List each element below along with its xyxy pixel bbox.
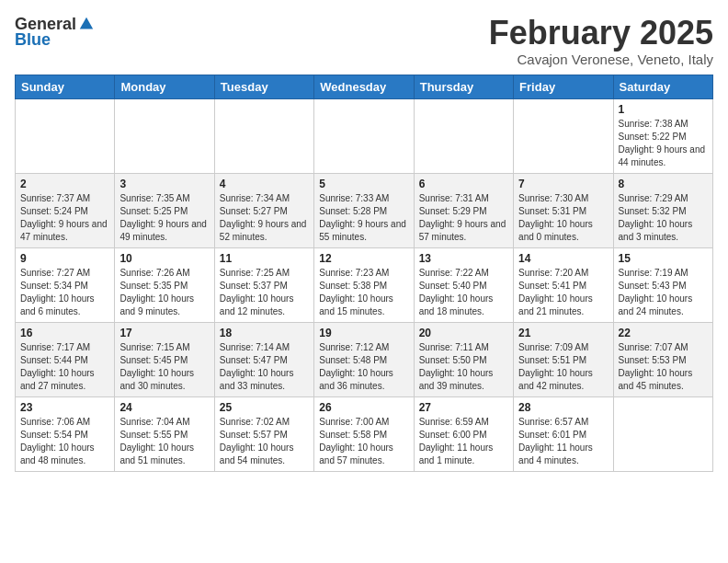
calendar-cell: 16Sunrise: 7:17 AM Sunset: 5:44 PM Dayli… bbox=[16, 322, 115, 396]
calendar-cell bbox=[115, 98, 214, 173]
day-info: Sunrise: 7:02 AM Sunset: 5:57 PM Dayligh… bbox=[220, 416, 309, 467]
calendar-cell: 27Sunrise: 6:59 AM Sunset: 6:00 PM Dayli… bbox=[414, 396, 513, 471]
day-number: 26 bbox=[319, 401, 408, 414]
calendar-cell: 20Sunrise: 7:11 AM Sunset: 5:50 PM Dayli… bbox=[414, 322, 513, 396]
day-number: 24 bbox=[119, 401, 209, 414]
calendar-cell: 1Sunrise: 7:38 AM Sunset: 5:22 PM Daylig… bbox=[613, 98, 712, 173]
calendar-cell: 10Sunrise: 7:26 AM Sunset: 5:35 PM Dayli… bbox=[115, 247, 214, 322]
day-info: Sunrise: 6:57 AM Sunset: 6:01 PM Dayligh… bbox=[518, 416, 608, 467]
calendar-week-row: 9Sunrise: 7:27 AM Sunset: 5:34 PM Daylig… bbox=[16, 247, 713, 322]
day-number: 20 bbox=[419, 327, 508, 339]
day-info: Sunrise: 7:20 AM Sunset: 5:41 PM Dayligh… bbox=[518, 267, 608, 318]
calendar-header-friday: Friday bbox=[514, 75, 613, 98]
day-info: Sunrise: 7:12 AM Sunset: 5:48 PM Dayligh… bbox=[319, 341, 408, 393]
day-info: Sunrise: 7:34 AM Sunset: 5:27 PM Dayligh… bbox=[220, 192, 309, 244]
day-number: 9 bbox=[20, 252, 109, 265]
calendar-cell bbox=[16, 98, 115, 173]
day-number: 18 bbox=[220, 327, 309, 339]
calendar-header-sunday: Sunday bbox=[16, 75, 115, 98]
calendar-table: SundayMondayTuesdayWednesdayThursdayFrid… bbox=[15, 75, 713, 472]
calendar-header-wednesday: Wednesday bbox=[314, 75, 414, 98]
day-number: 22 bbox=[619, 327, 708, 339]
day-info: Sunrise: 7:27 AM Sunset: 5:34 PM Dayligh… bbox=[20, 267, 109, 318]
calendar-cell: 22Sunrise: 7:07 AM Sunset: 5:53 PM Dayli… bbox=[613, 322, 712, 396]
day-info: Sunrise: 7:06 AM Sunset: 5:54 PM Dayligh… bbox=[20, 416, 109, 467]
calendar-cell: 28Sunrise: 6:57 AM Sunset: 6:01 PM Dayli… bbox=[514, 396, 613, 471]
day-number: 13 bbox=[419, 252, 508, 265]
logo: General Blue bbox=[15, 15, 95, 50]
calendar-cell: 11Sunrise: 7:25 AM Sunset: 5:37 PM Dayli… bbox=[214, 247, 313, 322]
day-number: 11 bbox=[220, 252, 309, 265]
day-number: 3 bbox=[119, 178, 209, 190]
day-number: 21 bbox=[518, 327, 608, 339]
calendar-cell: 14Sunrise: 7:20 AM Sunset: 5:41 PM Dayli… bbox=[514, 247, 613, 322]
month-year-title: February 2025 bbox=[489, 15, 713, 52]
calendar-header-row: SundayMondayTuesdayWednesdayThursdayFrid… bbox=[16, 75, 713, 98]
calendar-cell: 19Sunrise: 7:12 AM Sunset: 5:48 PM Dayli… bbox=[314, 322, 414, 396]
day-number: 16 bbox=[20, 327, 109, 339]
header: General Blue February 2025 Cavajon Veron… bbox=[15, 15, 713, 67]
day-info: Sunrise: 7:31 AM Sunset: 5:29 PM Dayligh… bbox=[419, 192, 508, 244]
calendar-header-saturday: Saturday bbox=[613, 75, 712, 98]
day-info: Sunrise: 7:15 AM Sunset: 5:45 PM Dayligh… bbox=[119, 341, 209, 393]
calendar-cell: 7Sunrise: 7:30 AM Sunset: 5:31 PM Daylig… bbox=[514, 173, 613, 247]
calendar-cell: 2Sunrise: 7:37 AM Sunset: 5:24 PM Daylig… bbox=[16, 173, 115, 247]
day-number: 7 bbox=[518, 178, 608, 190]
day-number: 27 bbox=[419, 401, 508, 414]
calendar-cell bbox=[314, 98, 414, 173]
day-info: Sunrise: 7:07 AM Sunset: 5:53 PM Dayligh… bbox=[619, 341, 708, 393]
calendar-cell: 12Sunrise: 7:23 AM Sunset: 5:38 PM Dayli… bbox=[314, 247, 414, 322]
calendar-cell: 18Sunrise: 7:14 AM Sunset: 5:47 PM Dayli… bbox=[214, 322, 313, 396]
day-info: Sunrise: 7:29 AM Sunset: 5:32 PM Dayligh… bbox=[619, 192, 708, 244]
day-info: Sunrise: 7:09 AM Sunset: 5:51 PM Dayligh… bbox=[518, 341, 608, 393]
day-number: 12 bbox=[319, 252, 408, 265]
day-number: 25 bbox=[220, 401, 309, 414]
calendar-cell: 23Sunrise: 7:06 AM Sunset: 5:54 PM Dayli… bbox=[16, 396, 115, 471]
day-info: Sunrise: 7:04 AM Sunset: 5:55 PM Dayligh… bbox=[119, 416, 209, 467]
day-info: Sunrise: 7:33 AM Sunset: 5:28 PM Dayligh… bbox=[319, 192, 408, 244]
calendar-cell: 9Sunrise: 7:27 AM Sunset: 5:34 PM Daylig… bbox=[16, 247, 115, 322]
day-info: Sunrise: 7:23 AM Sunset: 5:38 PM Dayligh… bbox=[319, 267, 408, 318]
calendar-cell: 26Sunrise: 7:00 AM Sunset: 5:58 PM Dayli… bbox=[314, 396, 414, 471]
logo-triangle-icon bbox=[78, 16, 95, 32]
calendar-header-thursday: Thursday bbox=[414, 75, 513, 98]
day-info: Sunrise: 7:22 AM Sunset: 5:40 PM Dayligh… bbox=[419, 267, 508, 318]
day-number: 6 bbox=[419, 178, 508, 190]
day-info: Sunrise: 7:35 AM Sunset: 5:25 PM Dayligh… bbox=[119, 192, 209, 244]
calendar-cell: 8Sunrise: 7:29 AM Sunset: 5:32 PM Daylig… bbox=[613, 173, 712, 247]
calendar-cell bbox=[414, 98, 513, 173]
day-info: Sunrise: 7:25 AM Sunset: 5:37 PM Dayligh… bbox=[220, 267, 309, 318]
day-number: 28 bbox=[518, 401, 608, 414]
day-info: Sunrise: 7:37 AM Sunset: 5:24 PM Dayligh… bbox=[20, 192, 109, 244]
day-number: 8 bbox=[619, 178, 708, 190]
calendar-cell: 17Sunrise: 7:15 AM Sunset: 5:45 PM Dayli… bbox=[115, 322, 214, 396]
calendar-cell: 4Sunrise: 7:34 AM Sunset: 5:27 PM Daylig… bbox=[214, 173, 313, 247]
calendar-cell: 5Sunrise: 7:33 AM Sunset: 5:28 PM Daylig… bbox=[314, 173, 414, 247]
svg-marker-0 bbox=[80, 17, 93, 29]
day-info: Sunrise: 7:26 AM Sunset: 5:35 PM Dayligh… bbox=[119, 267, 209, 318]
calendar-header-tuesday: Tuesday bbox=[214, 75, 313, 98]
calendar-cell: 21Sunrise: 7:09 AM Sunset: 5:51 PM Dayli… bbox=[514, 322, 613, 396]
day-number: 4 bbox=[220, 178, 309, 190]
day-info: Sunrise: 7:19 AM Sunset: 5:43 PM Dayligh… bbox=[619, 267, 708, 318]
calendar-header-monday: Monday bbox=[115, 75, 214, 98]
calendar-cell: 25Sunrise: 7:02 AM Sunset: 5:57 PM Dayli… bbox=[214, 396, 313, 471]
day-number: 14 bbox=[518, 252, 608, 265]
day-info: Sunrise: 6:59 AM Sunset: 6:00 PM Dayligh… bbox=[419, 416, 508, 467]
day-number: 19 bbox=[319, 327, 408, 339]
calendar-week-row: 1Sunrise: 7:38 AM Sunset: 5:22 PM Daylig… bbox=[16, 98, 713, 173]
day-number: 10 bbox=[119, 252, 209, 265]
day-info: Sunrise: 7:38 AM Sunset: 5:22 PM Dayligh… bbox=[619, 118, 708, 169]
day-number: 5 bbox=[319, 178, 408, 190]
calendar-cell: 13Sunrise: 7:22 AM Sunset: 5:40 PM Dayli… bbox=[414, 247, 513, 322]
calendar-week-row: 2Sunrise: 7:37 AM Sunset: 5:24 PM Daylig… bbox=[16, 173, 713, 247]
calendar-cell bbox=[214, 98, 313, 173]
calendar-cell: 6Sunrise: 7:31 AM Sunset: 5:29 PM Daylig… bbox=[414, 173, 513, 247]
location-subtitle: Cavajon Veronese, Veneto, Italy bbox=[489, 52, 713, 67]
day-number: 15 bbox=[619, 252, 708, 265]
day-info: Sunrise: 7:30 AM Sunset: 5:31 PM Dayligh… bbox=[518, 192, 608, 244]
calendar-week-row: 23Sunrise: 7:06 AM Sunset: 5:54 PM Dayli… bbox=[16, 396, 713, 471]
calendar-week-row: 16Sunrise: 7:17 AM Sunset: 5:44 PM Dayli… bbox=[16, 322, 713, 396]
logo-blue-text: Blue bbox=[15, 30, 51, 50]
calendar-cell: 15Sunrise: 7:19 AM Sunset: 5:43 PM Dayli… bbox=[613, 247, 712, 322]
